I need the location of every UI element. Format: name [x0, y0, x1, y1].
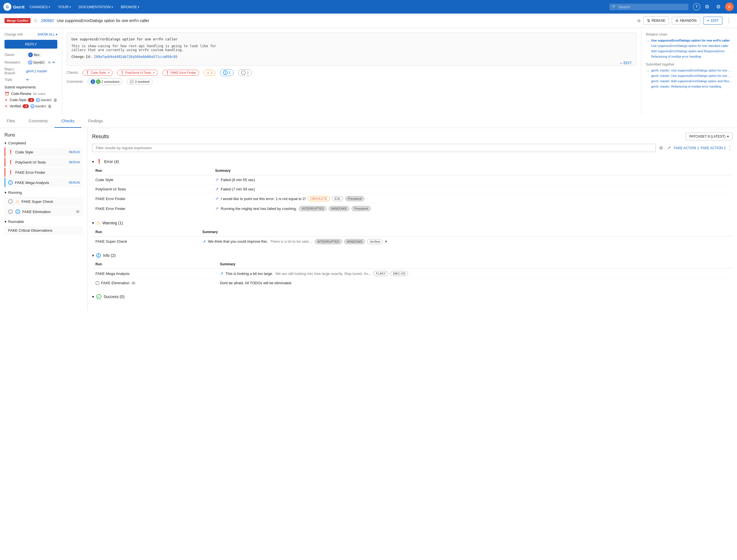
delete-icon[interactable]: 🗑 [53, 98, 57, 102]
relation-link-3[interactable]: Refactoring of restApi error handling [651, 55, 701, 58]
submit-requirements: Submit requirements ⏰ Code-Review No vot… [5, 85, 57, 108]
tag-obsolete[interactable]: OBSOLETE [308, 196, 330, 201]
tab-files[interactable]: Files [0, 115, 22, 128]
edit-icon: ✏ [707, 19, 710, 23]
external-link-icon[interactable]: ↗ [215, 196, 219, 201]
check-chip-fake-error[interactable]: ❗ FAKE Error Finder [162, 70, 199, 76]
fake-action-1-button[interactable]: FAKE ACTION 1 [674, 146, 699, 150]
tab-checks[interactable]: Checks [55, 115, 81, 128]
delete-icon-2[interactable]: 🗑 [48, 104, 52, 108]
rebase-button[interactable]: ⇅ REBASE [643, 16, 669, 25]
check-chip-warning[interactable]: ⚠ 1 [204, 70, 216, 76]
plugin-icon[interactable]: ⚙ [703, 2, 712, 11]
search-input[interactable] [618, 5, 686, 9]
warning-icon: ⏰ [5, 92, 9, 96]
more-actions-icon[interactable]: ⋮ [725, 16, 732, 25]
gerritci-g-icon-2: G [31, 104, 34, 108]
chevron-right-icon: ▾ [92, 294, 94, 299]
completed-section-header[interactable]: ▾ Completed [5, 141, 83, 145]
settings-icon[interactable]: ⚙ [658, 144, 664, 152]
change-info-panel: Change Info SHOW ALL ▾ REPLY Owner B Ben… [0, 28, 62, 115]
resolved-comments-chip[interactable]: 💬 2 resolved [127, 79, 153, 85]
edit-reviewer-icon[interactable]: ✏ [52, 60, 56, 65]
running-section-header[interactable]: ▾ Running [5, 190, 83, 195]
change-id-link[interactable]: I09a7aeb9a4d02ab726a56bebb00a571cca050c8… [94, 55, 177, 59]
relation-link-2[interactable]: Add suppressErrorDialogs option and Resp… [651, 49, 725, 53]
tab-findings[interactable]: Findings [81, 115, 110, 128]
relation-item-3: → Refactoring of restApi error handling [646, 55, 732, 59]
rerun-button-polygerrit[interactable]: RERUN [69, 160, 80, 164]
rerun-button-mega[interactable]: RERUN [69, 181, 80, 184]
check-chip-info[interactable]: i 2 [220, 69, 234, 76]
header-actions: ⇅ REBASE ⊘ ABANDON ✏ EDIT ⋮ [643, 16, 732, 25]
show-all-button[interactable]: SHOW ALL ▾ [38, 32, 57, 36]
reply-button[interactable]: REPLY [5, 40, 57, 49]
relation-item-1: → Use suppressErrorDialogs option for on… [646, 44, 732, 48]
abandon-button[interactable]: ⊘ ABANDON [672, 17, 700, 25]
user-avatar[interactable]: B [725, 3, 734, 11]
nav-changes[interactable]: CHANGES ▾ [27, 4, 53, 10]
submitted-link-1[interactable]: gerrit: master: Use suppressErrorDialogs… [651, 74, 731, 77]
tag-presubmit-2[interactable]: Presubmit [352, 206, 371, 211]
runnable-section-header[interactable]: ▾ Runnable [5, 220, 83, 224]
nav-your[interactable]: YOUR ▾ [55, 4, 74, 10]
tag-verified[interactable]: Verified [367, 239, 382, 244]
external-link-icon[interactable]: ↗ [215, 206, 219, 211]
remove-reviewer-icon[interactable]: ✕ [48, 60, 51, 65]
branch-link[interactable]: master [37, 69, 47, 73]
success-section: ▾ ✓ Success (0) [92, 292, 732, 301]
edit-button[interactable]: ✏ EDIT [703, 17, 722, 25]
error-section-header[interactable]: ▾ ❗ Error (4) [92, 157, 732, 166]
settings-icon[interactable]: ⚙ [714, 2, 723, 11]
tag-flaky[interactable]: FLAKY [373, 271, 388, 276]
submitted-link-3[interactable]: gerrit: master: Refactoring of restApi e… [651, 85, 721, 88]
unresolved-comments-chip[interactable]: B G 2 unresolved [88, 78, 122, 85]
submitted-link-0[interactable]: gerrit: master: Use suppressErrorDialogs… [651, 69, 731, 72]
star-icon[interactable]: ☆ [33, 18, 38, 24]
repo-link[interactable]: gerrit [26, 69, 34, 73]
reviewers-row: Reviewers G GerritCI ✕ ✏ [5, 60, 57, 65]
submitted-link-2[interactable]: gerrit: master: Add suppressErrorDialogs… [651, 79, 732, 83]
tab-comments[interactable]: Comments [22, 115, 55, 128]
tag-interrupted[interactable]: INTERRUPTED [299, 206, 326, 211]
relation-link-0[interactable]: Use suppressErrorDialogs option for one … [651, 39, 730, 42]
more-actions-button[interactable]: ⋮ [727, 145, 732, 151]
rerun-button-code-style[interactable]: RERUN [69, 150, 80, 154]
tag-windows[interactable]: WINDOWS [329, 206, 350, 211]
tag-e2e[interactable]: E2E [332, 196, 343, 201]
filter-input[interactable] [92, 144, 656, 152]
relation-link-1[interactable]: Use suppressErrorDialogs option for one … [651, 44, 729, 47]
fake-action-2-button[interactable]: FAKE ACTION 2 [701, 146, 726, 150]
run-col-header: Run [92, 260, 217, 269]
tag-presubmit[interactable]: Presubmit [346, 196, 365, 201]
nav-browse[interactable]: BROWSE ▾ [118, 4, 142, 10]
edit-topic-icon[interactable]: ✏ [26, 77, 29, 82]
external-link-icon[interactable]: ↗ [203, 239, 206, 244]
owner-chip[interactable]: B Ben [26, 52, 42, 58]
external-link-icon[interactable]: ↗ [215, 187, 219, 191]
nav-documentation[interactable]: DOCUMENTATION ▾ [76, 4, 116, 10]
info-section-header[interactable]: ▾ i Info (2) [92, 251, 732, 260]
warning-section: ▾ ⚠ Warning (1) Run Summary FAKE Super C… [92, 218, 732, 246]
change-number-link[interactable]: 290982 [41, 18, 54, 23]
reviewer-chip[interactable]: G GerritCI [26, 60, 47, 65]
main-area: Change Info SHOW ALL ▾ REPLY Owner B Ben… [0, 28, 737, 115]
help-button[interactable]: ? [693, 3, 700, 10]
open-in-new-icon[interactable]: ↗ [666, 144, 672, 152]
external-link-icon[interactable]: ↗ [220, 271, 223, 276]
success-section-header[interactable]: ▾ ✓ Success (0) [92, 292, 732, 301]
check-chip-neutral[interactable]: 2 [238, 69, 252, 76]
tag-windows[interactable]: WINDOWS [344, 239, 365, 244]
commit-edit-button[interactable]: ✏ EDIT [620, 61, 632, 65]
external-link-icon[interactable]: ↗ [215, 177, 219, 182]
check-chip-code-style[interactable]: ❗ Code Style ↗ [82, 70, 113, 76]
warning-section-header[interactable]: ▾ ⚠ Warning (1) [92, 218, 732, 228]
tag-macos[interactable]: MAC-OS [390, 271, 408, 276]
patchset-selector[interactable]: PATCHSET 8 (LATEST) ▾ [686, 133, 732, 140]
check-chip-polygerrit[interactable]: ❗ PolyGerrit UI Tests ↗ [117, 70, 158, 76]
copy-icon[interactable]: ⧉ [638, 18, 640, 23]
tag-interrupted[interactable]: INTERRUPTED [315, 239, 342, 244]
expand-icon[interactable]: ▾ [385, 239, 387, 244]
arrow-icon: → [646, 69, 649, 73]
avatar-chip-1: B [91, 79, 95, 84]
